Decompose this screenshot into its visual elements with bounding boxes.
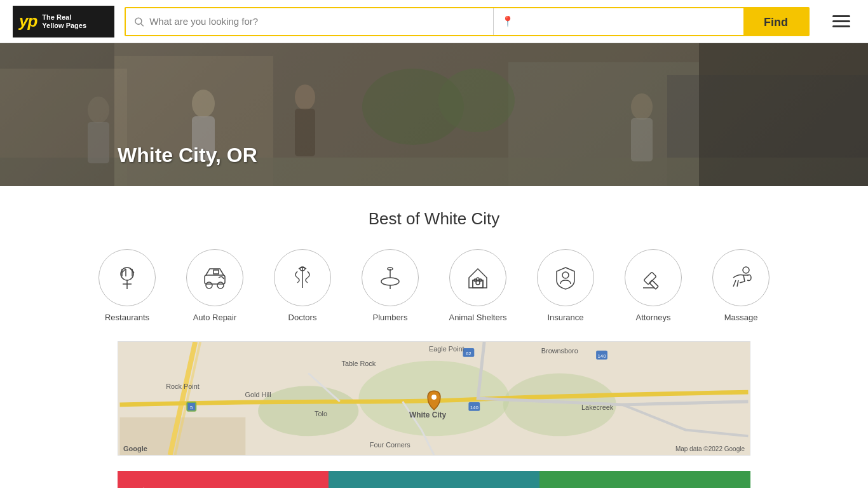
map-background: 62 140 140 5 Eagle Point Brownsboro Tabl… [118, 342, 750, 455]
nearby-icon [553, 484, 578, 488]
svg-text:Table Rock: Table Rock [341, 360, 376, 367]
category-icon-massage [712, 249, 770, 306]
svg-text:62: 62 [466, 351, 471, 356]
map-section: 62 140 140 5 Eagle Point Brownsboro Tabl… [118, 341, 750, 456]
category-icon-plumbers [362, 249, 419, 306]
category-icon-insurance [537, 249, 594, 306]
map-google-logo: Google [123, 445, 147, 452]
trending-searches-card[interactable]: Trending Searches in White City [329, 471, 539, 488]
svg-point-52 [258, 386, 358, 436]
svg-text:White City: White City [409, 410, 446, 419]
hero-city-title: White City, OR [118, 144, 257, 167]
category-item-auto-repair[interactable]: Auto Repair [180, 249, 250, 322]
svg-point-30 [217, 282, 224, 288]
svg-text:140: 140 [597, 353, 606, 359]
nearby-cities-card[interactable]: Nearby Cities in White City [539, 471, 750, 488]
svg-text:Brownsboro: Brownsboro [541, 347, 578, 355]
find-button[interactable]: Find [743, 8, 808, 36]
map-svg: 62 140 140 5 Eagle Point Brownsboro Tabl… [118, 342, 750, 455]
location-icon: 📍 [501, 15, 514, 27]
header: yp The Real Yellow Pages 📍 Glendale, CA … [0, 0, 868, 43]
svg-point-29 [206, 282, 212, 288]
svg-point-34 [381, 278, 399, 285]
category-item-doctors[interactable]: Doctors [268, 249, 337, 322]
svg-point-72 [431, 395, 437, 400]
hamburger-line1 [832, 15, 850, 17]
hamburger-line2 [832, 20, 850, 22]
search-where-container: 📍 Glendale, CA [494, 8, 743, 35]
svg-text:Four Corners: Four Corners [370, 441, 411, 449]
hero-section: White City, OR [0, 43, 868, 186]
category-item-plumbers[interactable]: Plumbers [355, 249, 425, 322]
svg-text:Rock Point: Rock Point [166, 383, 200, 390]
yp-logo-text: yp [19, 11, 37, 31]
category-item-insurance[interactable]: Insurance [531, 249, 600, 322]
category-label-auto-repair: Auto Repair [193, 313, 237, 322]
category-item-attorneys[interactable]: Attorneys [618, 249, 688, 322]
trending-icon [342, 484, 367, 488]
category-label-doctors: Doctors [288, 313, 317, 322]
category-label-animal-shelters: Animal Shelters [449, 313, 506, 322]
menu-button[interactable] [827, 10, 855, 32]
svg-point-45 [562, 272, 569, 278]
svg-point-49 [743, 267, 749, 273]
svg-text:140: 140 [470, 405, 479, 410]
category-icon-animal-shelters [449, 249, 506, 306]
best-of-heading: Best of White City [13, 209, 855, 229]
category-label-insurance: Insurance [547, 313, 583, 322]
search-bar: 📍 Glendale, CA Find [125, 7, 810, 36]
category-item-restaurants[interactable]: Restaurants [92, 249, 162, 322]
svg-text:Tolo: Tolo [315, 410, 327, 417]
svg-rect-31 [214, 270, 219, 274]
search-icon [133, 16, 144, 27]
category-label-restaurants: Restaurants [105, 313, 149, 322]
category-label-plumbers: Plumbers [373, 313, 408, 322]
svg-text:Lakecreek: Lakecreek [581, 403, 614, 411]
category-label-massage: Massage [724, 313, 758, 322]
popular-businesses-card[interactable]: Popular Businesses in White City [118, 471, 329, 488]
search-what-container [126, 8, 494, 35]
search-input[interactable] [149, 16, 485, 27]
categories-grid: Restaurants Auto Repair [13, 249, 855, 322]
location-input[interactable]: Glendale, CA [518, 16, 736, 27]
logo-tagline: The Real Yellow Pages [42, 13, 86, 29]
logo[interactable]: yp The Real Yellow Pages [13, 6, 114, 37]
category-icon-attorneys [625, 249, 682, 306]
category-icon-doctors [274, 249, 331, 306]
popular-icon [132, 484, 156, 488]
category-icon-restaurants [98, 249, 156, 306]
svg-text:Gold Hill: Gold Hill [245, 391, 271, 398]
svg-line-1 [141, 24, 144, 26]
bottom-cards: Popular Businesses in White City Trendin… [118, 471, 750, 488]
category-icon-auto-repair [186, 249, 243, 306]
category-item-massage[interactable]: Massage [706, 249, 776, 322]
best-of-section: Best of White City Restaurants [0, 186, 868, 335]
hamburger-line3 [832, 25, 850, 27]
svg-point-0 [135, 18, 142, 24]
category-item-animal-shelters[interactable]: Animal Shelters [443, 249, 513, 322]
svg-text:Eagle Point: Eagle Point [429, 345, 465, 353]
map-credit: Map data ©2022 Google [675, 445, 745, 452]
svg-text:5: 5 [190, 405, 193, 410]
category-label-attorneys: Attorneys [636, 313, 671, 322]
